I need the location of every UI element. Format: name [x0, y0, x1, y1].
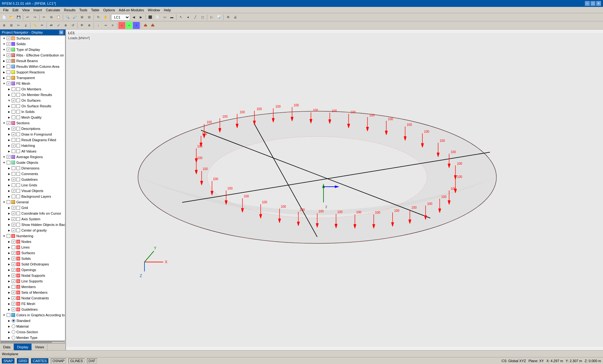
menu-help[interactable]: Help [162, 8, 173, 13]
tree-item-51[interactable]: ▶Material [0, 324, 65, 329]
tree-expander-14[interactable]: ▶ [7, 115, 12, 120]
tree-expander-38[interactable]: ▶ [7, 250, 12, 255]
tree-expander-15[interactable]: ▼ [2, 120, 7, 126]
menu-window[interactable]: Window [146, 8, 162, 13]
tb2-copy2[interactable]: ⊕ [62, 22, 69, 29]
menu-results[interactable]: Results [62, 8, 78, 13]
checkbox-46[interactable] [12, 296, 15, 300]
viewport-canvas[interactable]: X Y Z 2 [66, 29, 603, 350]
tree-item-46[interactable]: ▶33Nodal Constraints [0, 295, 65, 301]
minimize-button[interactable]: ─ [585, 1, 590, 6]
checkbox-2[interactable] [7, 48, 10, 51]
status-cartes[interactable]: CARTES [31, 358, 48, 363]
checkbox-38[interactable] [12, 251, 15, 255]
tree-item-39[interactable]: ▶33Solids [0, 256, 65, 261]
checkbox-42[interactable] [12, 274, 15, 277]
tree-item-4[interactable]: ▶Result Beams [0, 58, 65, 64]
checkbox-22[interactable] [7, 161, 10, 164]
tree-item-21[interactable]: ▼Average Regions [0, 154, 65, 160]
tree-item-17[interactable]: ▶Draw in Foreground [0, 131, 65, 137]
tb-zoom-win[interactable]: ⊟ [86, 14, 93, 21]
tree-item-8[interactable]: ▼FE Mesh [0, 81, 65, 86]
tree-item-38[interactable]: ▶33Surfaces [0, 250, 65, 256]
tree-item-43[interactable]: ▶33Line Supports [0, 278, 65, 284]
tree-expander-39[interactable]: ▶ [7, 256, 12, 261]
tb2-move[interactable]: ⤢ [55, 22, 62, 29]
tree-item-1[interactable]: ▼Solids [0, 41, 65, 47]
tree-item-32[interactable]: ▶Axis System [0, 216, 65, 222]
tree-expander-5[interactable]: ▶ [2, 64, 7, 69]
tree-expander-29[interactable]: ▼ [2, 200, 7, 205]
checkbox-25[interactable] [12, 178, 15, 181]
tb2-color2[interactable]: ▪ [126, 22, 133, 29]
checkbox-30[interactable] [12, 206, 15, 210]
tree-item-47[interactable]: ▶33FE Mesh [0, 301, 65, 307]
tree-item-48[interactable]: ▶33Guidelines [0, 307, 65, 312]
checkbox-12[interactable] [12, 104, 15, 108]
checkbox-28[interactable] [12, 195, 15, 198]
tree-expander-50[interactable]: ▶ [7, 318, 12, 323]
tree-expander-35[interactable]: ▼ [2, 233, 7, 238]
tree-expander-6[interactable]: ▶ [2, 70, 7, 75]
tree-expander-16[interactable]: ▶ [7, 126, 12, 131]
tb-line[interactable]: ╱ [192, 14, 199, 21]
checkbox-45[interactable] [12, 291, 15, 294]
tree-expander-4[interactable]: ▶ [2, 58, 7, 63]
tb-open[interactable]: 📂 [8, 14, 15, 21]
tree-expander-37[interactable]: ▶ [7, 245, 12, 250]
tb2-ortho[interactable]: ⊢ [15, 22, 22, 29]
tb2-snap[interactable]: ⊕ [1, 22, 8, 29]
tree-expander-17[interactable]: ▶ [7, 132, 12, 137]
tree-item-22[interactable]: ▼Guide Objects [0, 160, 65, 165]
radio-53[interactable] [12, 336, 15, 340]
checkbox-18[interactable] [12, 138, 15, 142]
checkbox-21[interactable] [7, 155, 10, 159]
tb2-measure[interactable]: 📏 [31, 22, 38, 29]
checkbox-16[interactable] [12, 127, 15, 131]
tb-surface[interactable]: ◻ [199, 14, 206, 21]
tree-item-53[interactable]: ▶Member Type [0, 335, 65, 340]
tb2-annotate[interactable]: ✏ [39, 22, 46, 29]
checkbox-23[interactable] [12, 166, 15, 170]
tree-expander-53[interactable]: ▶ [7, 335, 12, 340]
tree-item-30[interactable]: ▶Grid [0, 205, 65, 211]
tb-node[interactable]: ● [185, 14, 192, 21]
menu-insert[interactable]: Insert [31, 8, 44, 13]
tree-expander-41[interactable]: ▶ [7, 267, 12, 272]
menu-tools[interactable]: Tools [77, 8, 89, 13]
checkbox-6[interactable] [7, 70, 10, 74]
tb-zoom-in[interactable]: 🔍 [64, 14, 71, 21]
tree-expander-28[interactable]: ▶ [7, 194, 12, 199]
menu-table[interactable]: Table [89, 8, 101, 13]
tb-top-view[interactable]: ⬜ [154, 14, 161, 21]
tree-item-31[interactable]: ▶Coordinate Info on Cursor [0, 211, 65, 216]
tree-item-16[interactable]: ▶Descriptions [0, 126, 65, 131]
tree-item-25[interactable]: ▶Guidelines [0, 177, 65, 182]
checkbox-36[interactable] [12, 240, 15, 244]
checkbox-3[interactable] [7, 53, 10, 57]
restore-button[interactable]: □ [590, 1, 595, 6]
tb2-angle[interactable]: ∠ [22, 22, 29, 29]
tree-item-13[interactable]: ▶In Solids [0, 109, 65, 115]
tb-select[interactable]: ↖ [177, 14, 184, 21]
tree-expander-52[interactable]: ▶ [7, 329, 12, 335]
tb-calc[interactable]: ▷ [208, 14, 215, 21]
tb2-display[interactable]: 👁 [79, 22, 85, 29]
tb-undo[interactable]: ↩ [24, 14, 31, 21]
tb-prev-lc[interactable]: ◀ [130, 14, 137, 21]
tree-item-41[interactable]: ▶33Openings [0, 267, 65, 273]
tree-item-3[interactable]: ▼Ribs - Effective Contribution on Su [0, 52, 65, 58]
checkbox-13[interactable] [12, 110, 15, 114]
tb-zoom-all[interactable]: ⊞ [79, 14, 85, 21]
tree-item-40[interactable]: ▶33Solid Orthotropies [0, 261, 65, 267]
tb2-load-val[interactable]: ≡ [109, 22, 116, 29]
tb2-import[interactable]: 📥 [149, 22, 156, 29]
tree-expander-13[interactable]: ▶ [7, 109, 12, 114]
radio-51[interactable] [12, 324, 15, 328]
tab-data[interactable]: Data [0, 344, 14, 350]
tree-item-18[interactable]: ▶Result Diagrams Filled [0, 137, 65, 143]
tree-item-26[interactable]: ▶Line Grids [0, 182, 65, 188]
tree-expander-44[interactable]: ▶ [7, 284, 12, 289]
checkbox-17[interactable] [12, 132, 15, 136]
tree-expander-36[interactable]: ▶ [7, 239, 12, 244]
